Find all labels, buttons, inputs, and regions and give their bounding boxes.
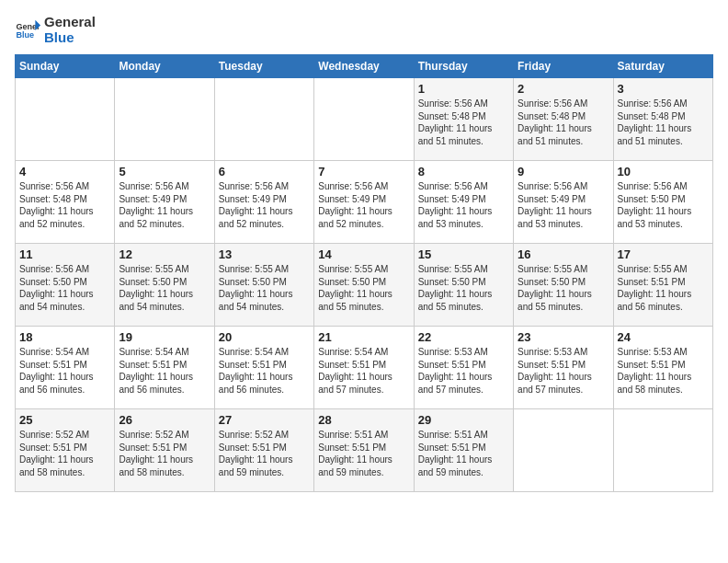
calendar-week-row: 18Sunrise: 5:54 AM Sunset: 5:51 PM Dayli… xyxy=(16,327,713,409)
calendar-cell: 27Sunrise: 5:52 AM Sunset: 5:51 PM Dayli… xyxy=(214,409,313,492)
calendar-cell: 20Sunrise: 5:54 AM Sunset: 5:51 PM Dayli… xyxy=(214,327,313,409)
day-info: Sunrise: 5:55 AM Sunset: 5:50 PM Dayligh… xyxy=(518,263,609,313)
calendar-cell: 14Sunrise: 5:55 AM Sunset: 5:50 PM Dayli… xyxy=(314,244,414,327)
day-number: 9 xyxy=(518,165,609,178)
calendar-cell: 1Sunrise: 5:56 AM Sunset: 5:48 PM Daylig… xyxy=(414,78,513,161)
calendar-cell: 9Sunrise: 5:56 AM Sunset: 5:49 PM Daylig… xyxy=(514,161,613,244)
day-number: 12 xyxy=(119,247,210,261)
calendar-week-row: 4Sunrise: 5:56 AM Sunset: 5:48 PM Daylig… xyxy=(16,161,713,244)
day-number: 8 xyxy=(418,165,509,178)
day-info: Sunrise: 5:53 AM Sunset: 5:51 PM Dayligh… xyxy=(518,346,609,396)
day-number: 17 xyxy=(618,247,709,261)
calendar-cell: 23Sunrise: 5:53 AM Sunset: 5:51 PM Dayli… xyxy=(514,327,613,409)
calendar-cell: 13Sunrise: 5:55 AM Sunset: 5:50 PM Dayli… xyxy=(214,244,313,327)
calendar-cell xyxy=(16,78,115,161)
calendar-cell: 11Sunrise: 5:56 AM Sunset: 5:50 PM Dayli… xyxy=(16,244,115,327)
day-info: Sunrise: 5:56 AM Sunset: 5:49 PM Dayligh… xyxy=(418,180,509,230)
day-number: 10 xyxy=(618,165,709,178)
day-number: 6 xyxy=(219,165,310,178)
calendar-cell: 8Sunrise: 5:56 AM Sunset: 5:49 PM Daylig… xyxy=(414,161,513,244)
calendar-cell: 28Sunrise: 5:51 AM Sunset: 5:51 PM Dayli… xyxy=(314,409,414,492)
day-info: Sunrise: 5:54 AM Sunset: 5:51 PM Dayligh… xyxy=(119,346,210,396)
calendar-cell xyxy=(613,409,712,492)
day-info: Sunrise: 5:55 AM Sunset: 5:51 PM Dayligh… xyxy=(618,263,709,313)
calendar-cell: 4Sunrise: 5:56 AM Sunset: 5:48 PM Daylig… xyxy=(16,161,115,244)
calendar-cell: 15Sunrise: 5:55 AM Sunset: 5:50 PM Dayli… xyxy=(414,244,513,327)
header-thursday: Thursday xyxy=(414,55,513,78)
day-info: Sunrise: 5:56 AM Sunset: 5:50 PM Dayligh… xyxy=(618,180,709,230)
day-info: Sunrise: 5:56 AM Sunset: 5:48 PM Dayligh… xyxy=(19,180,110,230)
day-info: Sunrise: 5:56 AM Sunset: 5:48 PM Dayligh… xyxy=(618,98,709,147)
day-info: Sunrise: 5:56 AM Sunset: 5:48 PM Dayligh… xyxy=(518,98,609,147)
calendar-cell: 10Sunrise: 5:56 AM Sunset: 5:50 PM Dayli… xyxy=(613,161,712,244)
day-info: Sunrise: 5:53 AM Sunset: 5:51 PM Dayligh… xyxy=(418,346,509,396)
day-info: Sunrise: 5:56 AM Sunset: 5:48 PM Dayligh… xyxy=(418,98,509,147)
day-info: Sunrise: 5:52 AM Sunset: 5:51 PM Dayligh… xyxy=(19,429,110,478)
header-friday: Friday xyxy=(514,55,613,78)
calendar-cell: 25Sunrise: 5:52 AM Sunset: 5:51 PM Dayli… xyxy=(16,409,115,492)
calendar-cell xyxy=(214,78,313,161)
logo: General Blue General Blue xyxy=(15,15,96,45)
calendar-cell: 7Sunrise: 5:56 AM Sunset: 5:49 PM Daylig… xyxy=(314,161,414,244)
day-info: Sunrise: 5:56 AM Sunset: 5:49 PM Dayligh… xyxy=(318,180,409,230)
day-number: 7 xyxy=(318,165,409,178)
day-number: 25 xyxy=(19,413,110,427)
header-saturday: Saturday xyxy=(613,55,712,78)
logo-text-blue: Blue xyxy=(44,30,96,46)
day-number: 23 xyxy=(518,330,609,344)
day-info: Sunrise: 5:56 AM Sunset: 5:49 PM Dayligh… xyxy=(119,180,210,230)
calendar-header-row: SundayMondayTuesdayWednesdayThursdayFrid… xyxy=(16,55,713,78)
day-number: 22 xyxy=(418,330,509,344)
calendar-cell: 5Sunrise: 5:56 AM Sunset: 5:49 PM Daylig… xyxy=(115,161,214,244)
day-number: 15 xyxy=(418,247,509,261)
day-number: 20 xyxy=(219,330,310,344)
day-number: 26 xyxy=(119,413,210,427)
day-info: Sunrise: 5:53 AM Sunset: 5:51 PM Dayligh… xyxy=(618,346,709,396)
svg-text:Blue: Blue xyxy=(16,30,34,40)
day-info: Sunrise: 5:52 AM Sunset: 5:51 PM Dayligh… xyxy=(219,429,310,478)
day-number: 4 xyxy=(19,165,110,178)
calendar-table: SundayMondayTuesdayWednesdayThursdayFrid… xyxy=(15,54,713,492)
calendar-cell: 16Sunrise: 5:55 AM Sunset: 5:50 PM Dayli… xyxy=(514,244,613,327)
day-number: 14 xyxy=(318,247,409,261)
calendar-week-row: 1Sunrise: 5:56 AM Sunset: 5:48 PM Daylig… xyxy=(16,78,713,161)
day-info: Sunrise: 5:55 AM Sunset: 5:50 PM Dayligh… xyxy=(119,263,210,313)
day-number: 18 xyxy=(19,330,110,344)
day-number: 1 xyxy=(418,82,509,96)
day-info: Sunrise: 5:55 AM Sunset: 5:50 PM Dayligh… xyxy=(219,263,310,313)
calendar-cell: 6Sunrise: 5:56 AM Sunset: 5:49 PM Daylig… xyxy=(214,161,313,244)
header-monday: Monday xyxy=(115,55,214,78)
calendar-week-row: 25Sunrise: 5:52 AM Sunset: 5:51 PM Dayli… xyxy=(16,409,713,492)
logo-text-general: General xyxy=(44,15,96,30)
header-tuesday: Tuesday xyxy=(214,55,313,78)
logo-icon: General Blue xyxy=(15,17,40,43)
day-number: 2 xyxy=(518,82,609,96)
calendar-cell: 24Sunrise: 5:53 AM Sunset: 5:51 PM Dayli… xyxy=(613,327,712,409)
day-number: 16 xyxy=(518,247,609,261)
day-number: 28 xyxy=(318,413,409,427)
calendar-cell: 17Sunrise: 5:55 AM Sunset: 5:51 PM Dayli… xyxy=(613,244,712,327)
calendar-cell xyxy=(115,78,214,161)
day-number: 29 xyxy=(418,413,509,427)
calendar-cell xyxy=(314,78,414,161)
calendar-cell: 22Sunrise: 5:53 AM Sunset: 5:51 PM Dayli… xyxy=(414,327,513,409)
day-info: Sunrise: 5:56 AM Sunset: 5:49 PM Dayligh… xyxy=(219,180,310,230)
calendar-cell: 26Sunrise: 5:52 AM Sunset: 5:51 PM Dayli… xyxy=(115,409,214,492)
day-number: 11 xyxy=(19,247,110,261)
day-number: 3 xyxy=(618,82,709,96)
calendar-cell: 12Sunrise: 5:55 AM Sunset: 5:50 PM Dayli… xyxy=(115,244,214,327)
calendar-cell: 21Sunrise: 5:54 AM Sunset: 5:51 PM Dayli… xyxy=(314,327,414,409)
header-wednesday: Wednesday xyxy=(314,55,414,78)
calendar-cell: 18Sunrise: 5:54 AM Sunset: 5:51 PM Dayli… xyxy=(16,327,115,409)
day-info: Sunrise: 5:54 AM Sunset: 5:51 PM Dayligh… xyxy=(219,346,310,396)
day-info: Sunrise: 5:56 AM Sunset: 5:49 PM Dayligh… xyxy=(518,180,609,230)
day-number: 27 xyxy=(219,413,310,427)
day-info: Sunrise: 5:51 AM Sunset: 5:51 PM Dayligh… xyxy=(418,429,509,478)
calendar-cell: 29Sunrise: 5:51 AM Sunset: 5:51 PM Dayli… xyxy=(414,409,513,492)
calendar-cell: 19Sunrise: 5:54 AM Sunset: 5:51 PM Dayli… xyxy=(115,327,214,409)
day-info: Sunrise: 5:55 AM Sunset: 5:50 PM Dayligh… xyxy=(418,263,509,313)
day-number: 13 xyxy=(219,247,310,261)
calendar-cell: 2Sunrise: 5:56 AM Sunset: 5:48 PM Daylig… xyxy=(514,78,613,161)
header-sunday: Sunday xyxy=(16,55,115,78)
day-info: Sunrise: 5:51 AM Sunset: 5:51 PM Dayligh… xyxy=(318,429,409,478)
